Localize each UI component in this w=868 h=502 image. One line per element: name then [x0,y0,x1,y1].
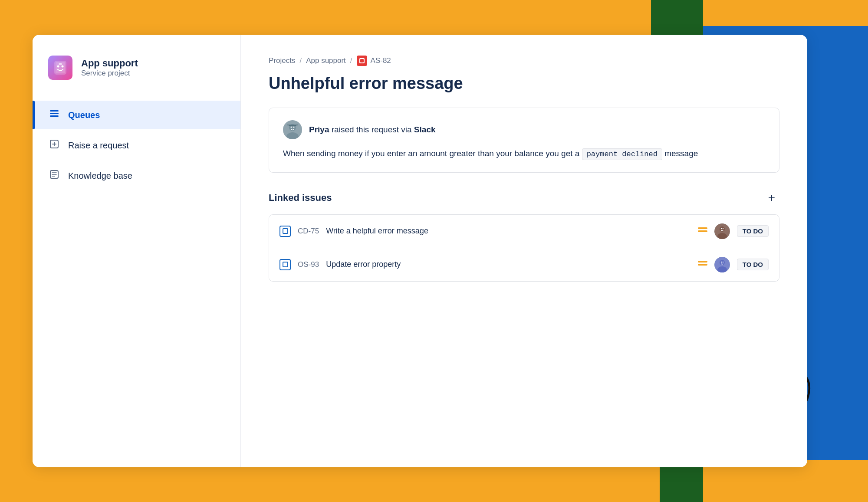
svg-point-37 [721,262,722,262]
project-type: Service project [81,69,138,78]
description-after: message [664,149,698,158]
knowledge-base-label: Knowledge base [68,171,132,181]
bg-green-bottom [660,467,703,502]
raise-request-icon [48,139,60,152]
request-meta-text: Priya raised this request via Slack [309,125,436,135]
breadcrumb: Projects / App support / AS-82 [269,56,779,66]
app-logo [48,56,72,80]
issue-key-os93: OS-93 [298,260,319,269]
breadcrumb-app-support[interactable]: App support [306,56,346,65]
assignee-avatar-os93 [714,257,730,272]
issue-key-cd75: CD-75 [298,227,319,236]
request-body: When sending money if you enter an amoun… [283,147,765,160]
issue-type-inner [283,228,288,234]
status-badge-cd75: TO DO [737,225,769,237]
queues-label: Queues [68,110,100,120]
breadcrumb-sep-1: / [299,56,302,65]
assignee-avatar-cd75 [714,223,730,239]
requester-name: Priya [309,125,329,134]
issue-type-icon-cd75 [279,226,291,237]
request-header: Priya raised this request via Slack [283,120,765,139]
knowledge-base-icon [48,169,60,182]
svg-point-3 [57,66,59,68]
breadcrumb-sep-2: / [350,56,352,65]
breadcrumb-projects[interactable]: Projects [269,56,295,65]
status-badge-os93: TO DO [737,259,769,270]
priority-icon-os93 [698,261,707,269]
issue-id-text: AS-82 [371,56,391,65]
sidebar: App support Service project Queues [33,35,241,467]
issue-type-inner-os93 [283,262,288,267]
sidebar-item-raise-request[interactable]: Raise a request [33,131,240,160]
issue-title: Unhelpful error message [269,74,779,94]
linked-issues-list: CD-75 Write a helpful error message [269,214,779,282]
svg-point-38 [723,262,723,262]
issue-summary-os93: Update error property [326,260,691,269]
code-snippet: payment declined [582,148,662,160]
sidebar-title-group: App support Service project [81,58,138,78]
request-card: Priya raised this request via Slack When… [269,108,779,173]
sidebar-item-queues[interactable]: Queues [33,101,240,129]
issue-summary-cd75: Write a helpful error message [326,226,691,236]
svg-point-21 [291,126,292,128]
add-linked-issue-button[interactable]: + [764,190,779,206]
main-card: App support Service project Queues [33,35,807,467]
raise-request-label: Raise a request [68,141,129,151]
sidebar-nav: Queues Raise a request [33,101,240,190]
main-content: Projects / App support / AS-82 Unhelpful… [241,35,807,467]
breadcrumb-issue-id: AS-82 [357,56,391,66]
priority-icon-cd75 [698,227,707,235]
svg-point-31 [723,228,723,229]
svg-point-22 [293,126,295,128]
svg-rect-32 [698,261,707,262]
issue-type-icon-os93 [279,259,291,270]
svg-rect-24 [287,125,298,125]
svg-point-4 [62,66,64,68]
requester-avatar [283,120,302,139]
svg-rect-5 [59,63,62,65]
svg-rect-7 [50,113,59,114]
svg-rect-25 [698,227,707,229]
sidebar-item-knowledge-base[interactable]: Knowledge base [33,161,240,190]
svg-rect-8 [50,115,59,117]
svg-rect-26 [698,230,707,232]
sidebar-header: App support Service project [33,56,240,101]
description-before: When sending money if you enter an amoun… [283,149,579,158]
queues-icon [48,108,60,121]
table-row[interactable]: CD-75 Write a helpful error message [269,215,779,248]
linked-issues-section: Linked issues + CD-75 Write a helpful er… [269,190,779,282]
linked-issues-header: Linked issues + [269,190,779,206]
svg-point-30 [721,228,722,229]
svg-rect-17 [360,59,364,62]
request-channel: Slack [414,125,436,134]
issue-type-icon-red [357,56,367,66]
svg-rect-33 [698,264,707,266]
linked-issues-title: Linked issues [269,192,332,203]
svg-rect-6 [50,110,59,112]
request-verb: raised this request via [332,125,414,134]
table-row[interactable]: OS-93 Update error property [269,248,779,281]
app-name: App support [81,58,138,69]
